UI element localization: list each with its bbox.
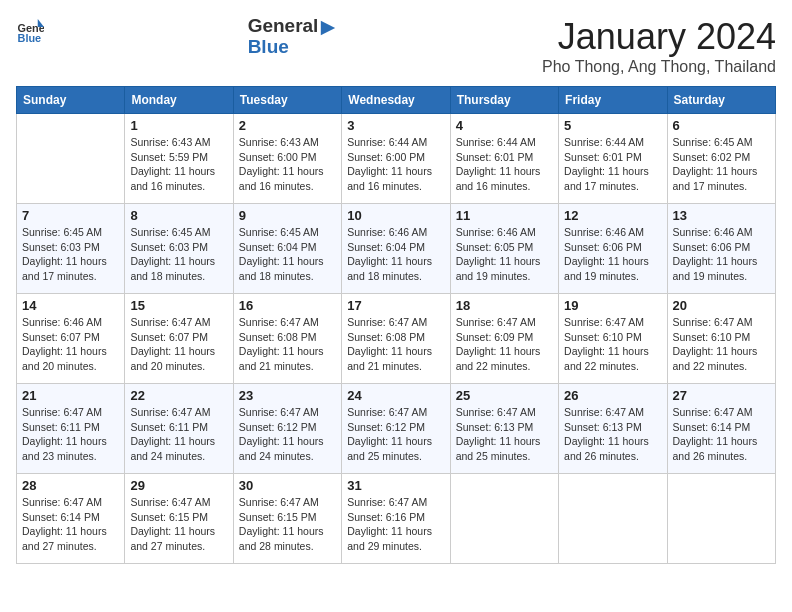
sunset-text: Sunset: 6:14 PM	[22, 511, 100, 523]
sunset-text: Sunset: 6:01 PM	[456, 151, 534, 163]
logo-triangle-icon	[319, 19, 337, 37]
daylight-text: Daylight: 11 hours and 19 minutes.	[564, 255, 649, 282]
logo-text-block: General Blue	[248, 16, 339, 58]
daylight-text: Daylight: 11 hours and 16 minutes.	[239, 165, 324, 192]
daylight-text: Daylight: 11 hours and 22 minutes.	[673, 345, 758, 372]
sunrise-text: Sunrise: 6:47 AM	[130, 406, 210, 418]
sunrise-text: Sunrise: 6:47 AM	[673, 406, 753, 418]
sunset-text: Sunset: 6:07 PM	[22, 331, 100, 343]
sunrise-text: Sunrise: 6:47 AM	[564, 316, 644, 328]
sunrise-text: Sunrise: 6:44 AM	[456, 136, 536, 148]
daylight-text: Daylight: 11 hours and 23 minutes.	[22, 435, 107, 462]
sunset-text: Sunset: 6:14 PM	[673, 421, 751, 433]
calendar-cell: 19 Sunrise: 6:47 AM Sunset: 6:10 PM Dayl…	[559, 294, 667, 384]
sunset-text: Sunset: 6:08 PM	[347, 331, 425, 343]
calendar-cell: 18 Sunrise: 6:47 AM Sunset: 6:09 PM Dayl…	[450, 294, 558, 384]
day-number: 12	[564, 208, 661, 223]
daylight-text: Daylight: 11 hours and 21 minutes.	[347, 345, 432, 372]
daylight-text: Daylight: 11 hours and 19 minutes.	[456, 255, 541, 282]
calendar-cell: 25 Sunrise: 6:47 AM Sunset: 6:13 PM Dayl…	[450, 384, 558, 474]
sunset-text: Sunset: 5:59 PM	[130, 151, 208, 163]
weekday-header-row: SundayMondayTuesdayWednesdayThursdayFrid…	[17, 87, 776, 114]
sunrise-text: Sunrise: 6:46 AM	[564, 226, 644, 238]
calendar-cell: 6 Sunrise: 6:45 AM Sunset: 6:02 PM Dayli…	[667, 114, 775, 204]
calendar-cell: 13 Sunrise: 6:46 AM Sunset: 6:06 PM Dayl…	[667, 204, 775, 294]
day-number: 1	[130, 118, 227, 133]
daylight-text: Daylight: 11 hours and 24 minutes.	[130, 435, 215, 462]
daylight-text: Daylight: 11 hours and 25 minutes.	[456, 435, 541, 462]
day-number: 15	[130, 298, 227, 313]
day-info: Sunrise: 6:47 AM Sunset: 6:13 PM Dayligh…	[456, 405, 553, 464]
day-number: 11	[456, 208, 553, 223]
calendar-cell: 21 Sunrise: 6:47 AM Sunset: 6:11 PM Dayl…	[17, 384, 125, 474]
sunrise-text: Sunrise: 6:46 AM	[456, 226, 536, 238]
day-info: Sunrise: 6:46 AM Sunset: 6:04 PM Dayligh…	[347, 225, 444, 284]
day-number: 9	[239, 208, 336, 223]
daylight-text: Daylight: 11 hours and 22 minutes.	[456, 345, 541, 372]
day-info: Sunrise: 6:46 AM Sunset: 6:06 PM Dayligh…	[673, 225, 770, 284]
daylight-text: Daylight: 11 hours and 16 minutes.	[456, 165, 541, 192]
daylight-text: Daylight: 11 hours and 22 minutes.	[564, 345, 649, 372]
sunset-text: Sunset: 6:08 PM	[239, 331, 317, 343]
day-info: Sunrise: 6:44 AM Sunset: 6:01 PM Dayligh…	[456, 135, 553, 194]
calendar-cell: 14 Sunrise: 6:46 AM Sunset: 6:07 PM Dayl…	[17, 294, 125, 384]
calendar-cell: 20 Sunrise: 6:47 AM Sunset: 6:10 PM Dayl…	[667, 294, 775, 384]
calendar-cell: 24 Sunrise: 6:47 AM Sunset: 6:12 PM Dayl…	[342, 384, 450, 474]
day-number: 21	[22, 388, 119, 403]
day-number: 13	[673, 208, 770, 223]
calendar-week-row: 21 Sunrise: 6:47 AM Sunset: 6:11 PM Dayl…	[17, 384, 776, 474]
calendar-week-row: 28 Sunrise: 6:47 AM Sunset: 6:14 PM Dayl…	[17, 474, 776, 564]
calendar-cell: 28 Sunrise: 6:47 AM Sunset: 6:14 PM Dayl…	[17, 474, 125, 564]
daylight-text: Daylight: 11 hours and 27 minutes.	[22, 525, 107, 552]
sunrise-text: Sunrise: 6:47 AM	[564, 406, 644, 418]
logo-blue: Blue	[248, 36, 289, 57]
daylight-text: Daylight: 11 hours and 26 minutes.	[564, 435, 649, 462]
day-number: 24	[347, 388, 444, 403]
calendar-cell: 26 Sunrise: 6:47 AM Sunset: 6:13 PM Dayl…	[559, 384, 667, 474]
daylight-text: Daylight: 11 hours and 26 minutes.	[673, 435, 758, 462]
sunrise-text: Sunrise: 6:45 AM	[22, 226, 102, 238]
sunset-text: Sunset: 6:16 PM	[347, 511, 425, 523]
sunrise-text: Sunrise: 6:47 AM	[673, 316, 753, 328]
calendar-cell: 27 Sunrise: 6:47 AM Sunset: 6:14 PM Dayl…	[667, 384, 775, 474]
calendar-cell	[559, 474, 667, 564]
sunrise-text: Sunrise: 6:47 AM	[239, 496, 319, 508]
calendar-cell	[17, 114, 125, 204]
sunset-text: Sunset: 6:03 PM	[130, 241, 208, 253]
day-info: Sunrise: 6:47 AM Sunset: 6:08 PM Dayligh…	[239, 315, 336, 374]
daylight-text: Daylight: 11 hours and 20 minutes.	[130, 345, 215, 372]
day-info: Sunrise: 6:46 AM Sunset: 6:05 PM Dayligh…	[456, 225, 553, 284]
daylight-text: Daylight: 11 hours and 24 minutes.	[239, 435, 324, 462]
logo: General Blue	[16, 16, 44, 44]
sunrise-text: Sunrise: 6:45 AM	[239, 226, 319, 238]
day-info: Sunrise: 6:46 AM Sunset: 6:06 PM Dayligh…	[564, 225, 661, 284]
sunset-text: Sunset: 6:06 PM	[564, 241, 642, 253]
calendar-week-row: 7 Sunrise: 6:45 AM Sunset: 6:03 PM Dayli…	[17, 204, 776, 294]
sunrise-text: Sunrise: 6:47 AM	[347, 406, 427, 418]
sunset-text: Sunset: 6:12 PM	[239, 421, 317, 433]
weekday-header-thursday: Thursday	[450, 87, 558, 114]
day-info: Sunrise: 6:47 AM Sunset: 6:09 PM Dayligh…	[456, 315, 553, 374]
day-number: 30	[239, 478, 336, 493]
sunset-text: Sunset: 6:00 PM	[347, 151, 425, 163]
weekday-header-tuesday: Tuesday	[233, 87, 341, 114]
day-info: Sunrise: 6:47 AM Sunset: 6:16 PM Dayligh…	[347, 495, 444, 554]
daylight-text: Daylight: 11 hours and 19 minutes.	[673, 255, 758, 282]
day-info: Sunrise: 6:44 AM Sunset: 6:01 PM Dayligh…	[564, 135, 661, 194]
sunset-text: Sunset: 6:04 PM	[239, 241, 317, 253]
sunrise-text: Sunrise: 6:46 AM	[347, 226, 427, 238]
calendar-cell: 15 Sunrise: 6:47 AM Sunset: 6:07 PM Dayl…	[125, 294, 233, 384]
day-number: 18	[456, 298, 553, 313]
sunset-text: Sunset: 6:05 PM	[456, 241, 534, 253]
day-info: Sunrise: 6:47 AM Sunset: 6:11 PM Dayligh…	[130, 405, 227, 464]
weekday-header-friday: Friday	[559, 87, 667, 114]
weekday-header-monday: Monday	[125, 87, 233, 114]
calendar-cell: 22 Sunrise: 6:47 AM Sunset: 6:11 PM Dayl…	[125, 384, 233, 474]
daylight-text: Daylight: 11 hours and 28 minutes.	[239, 525, 324, 552]
daylight-text: Daylight: 11 hours and 18 minutes.	[347, 255, 432, 282]
calendar-cell: 12 Sunrise: 6:46 AM Sunset: 6:06 PM Dayl…	[559, 204, 667, 294]
sunrise-text: Sunrise: 6:47 AM	[130, 316, 210, 328]
daylight-text: Daylight: 11 hours and 18 minutes.	[130, 255, 215, 282]
day-info: Sunrise: 6:47 AM Sunset: 6:15 PM Dayligh…	[239, 495, 336, 554]
calendar-cell: 30 Sunrise: 6:47 AM Sunset: 6:15 PM Dayl…	[233, 474, 341, 564]
